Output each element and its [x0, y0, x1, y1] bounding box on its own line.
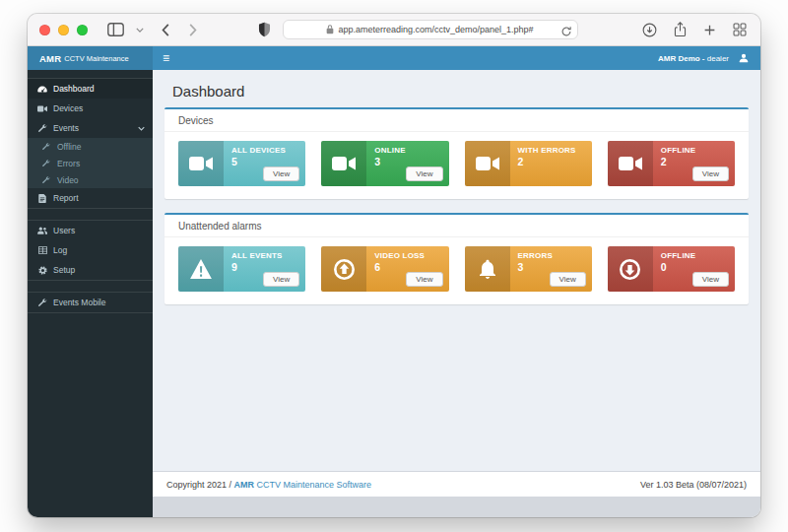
devices-cards: ALL DEVICES 5 View ONLINE [164, 132, 749, 199]
view-button[interactable]: View [692, 272, 729, 287]
alarms-panel: Unattended alarms ALL EVENTS 9 Vi [164, 213, 749, 304]
stat-card-offline-alarms: OFFLINE 0 View [608, 246, 735, 292]
view-button[interactable]: View [263, 272, 299, 287]
url-area: app.ameterreading.com/cctv_demo/panel_1.… [207, 20, 626, 39]
sidebar-subitem-offline[interactable]: Offline [28, 138, 153, 155]
tab-overview-icon[interactable] [731, 21, 749, 38]
copyright-text: Copyright 2021 / AMR CCTV Maintenance So… [166, 480, 371, 490]
gear-icon [37, 266, 47, 275]
wrench-icon [37, 299, 47, 307]
sidebar-item-label: Devices [53, 103, 83, 113]
zoom-window-button[interactable] [77, 25, 88, 35]
brand[interactable]: AMR CCTV Maintenance [28, 46, 153, 70]
sidebar-subitem-label: Video [57, 175, 79, 185]
share-icon[interactable] [672, 20, 689, 39]
view-button[interactable]: View [263, 166, 299, 181]
stat-card-with-errors: WITH ERRORS 2 [465, 141, 592, 186]
stat-card-value: 2 [661, 156, 696, 167]
sidebar-subitem-errors[interactable]: Errors [28, 155, 153, 171]
stat-card-label: OFFLINE [661, 251, 696, 260]
sidebar-toggle-icon[interactable] [105, 21, 126, 38]
stat-card-online: ONLINE 3 View [321, 141, 448, 186]
panel-title: Devices [164, 109, 749, 132]
main-area: Dashboard Devices ALL DEVICES 5 [153, 70, 760, 517]
view-button[interactable]: View [692, 166, 729, 181]
sidebar-item-label: Dashboard [53, 84, 95, 94]
stat-card-errors: ERRORS 3 View [465, 246, 592, 292]
sidebar-item-setup[interactable]: Setup [28, 260, 153, 280]
video-camera-icon [321, 141, 366, 186]
sidebar-item-devices[interactable]: Devices [28, 99, 153, 118]
new-tab-icon[interactable] [701, 22, 718, 38]
sidebar-item-label: Setup [53, 265, 75, 275]
version-text: Ver 1.03 Beta (08/07/2021) [640, 480, 747, 490]
stat-card-offline: OFFLINE 2 View [608, 141, 735, 186]
panel-title: Unattended alarms [164, 215, 749, 237]
back-icon[interactable] [160, 22, 171, 38]
downloads-icon[interactable] [640, 21, 659, 39]
sidebar-subitem-video[interactable]: Video [28, 171, 153, 188]
users-icon [37, 227, 47, 234]
sidebar-item-label: Report [53, 193, 79, 203]
devices-panel: Devices ALL DEVICES 5 View [164, 107, 749, 199]
user-label-rest: dealer [705, 54, 729, 63]
dashboard-icon [37, 86, 47, 93]
events-submenu: Offline Errors Video [28, 138, 153, 188]
minimize-window-button[interactable] [58, 25, 69, 35]
sidebar-group-admin: Users Log Setup [28, 220, 153, 281]
stat-card-all-events: ALL EVENTS 9 View [178, 246, 305, 292]
video-camera-icon [178, 141, 224, 186]
software-link-bold: AMR [234, 480, 255, 490]
stat-card-value: 3 [518, 261, 553, 273]
chevron-down-icon[interactable] [134, 26, 146, 34]
view-button[interactable]: View [406, 166, 442, 181]
navbar-right: AMR Demo - dealer [658, 46, 760, 70]
arrow-up-circle-icon [321, 246, 366, 292]
content: Dashboard Devices ALL DEVICES 5 [153, 70, 760, 471]
sidebar-item-users[interactable]: Users [28, 221, 153, 240]
page-title: Dashboard [172, 83, 760, 100]
table-icon [37, 246, 47, 254]
view-button[interactable]: View [550, 272, 586, 287]
privacy-shield-icon[interactable] [256, 20, 273, 39]
sidebar-item-log[interactable]: Log [28, 240, 153, 260]
sidebar-group-main: Dashboard Devices Events [28, 78, 153, 209]
stat-card-value: 3 [374, 156, 405, 167]
user-label[interactable]: AMR Demo - dealer [658, 54, 729, 63]
bell-icon [465, 246, 510, 292]
app-body: Dashboard Devices Events [28, 70, 760, 517]
sidebar-subitem-label: Errors [57, 159, 80, 168]
file-icon [37, 194, 47, 203]
wrench-icon [37, 124, 47, 133]
lock-icon [326, 21, 334, 38]
user-icon[interactable] [739, 49, 749, 67]
forward-icon[interactable] [187, 22, 199, 38]
sidebar-group-mobile: Events Mobile [28, 292, 153, 313]
close-window-button[interactable] [39, 25, 50, 35]
stat-card-label: ALL EVENTS [231, 251, 283, 260]
stat-card-label: WITH ERRORS [518, 146, 576, 155]
bottom-strip [153, 497, 760, 517]
sidebar-item-dashboard[interactable]: Dashboard [28, 79, 153, 99]
brand-bold: AMR [39, 53, 61, 64]
sidebar-item-events[interactable]: Events [28, 118, 153, 138]
stat-card-value: 0 [661, 261, 696, 273]
reload-icon[interactable] [560, 24, 572, 41]
software-link[interactable]: AMR CCTV Maintenance Software [234, 480, 372, 490]
hamburger-icon[interactable]: ≡ [153, 46, 179, 70]
arrow-down-circle-icon [608, 246, 653, 292]
app-navbar: AMR CCTV Maintenance ≡ AMR Demo - dealer [28, 46, 760, 70]
sidebar-item-events-mobile[interactable]: Events Mobile [28, 293, 153, 312]
screenshot-stage: app.ameterreading.com/cctv_demo/panel_1.… [0, 0, 788, 532]
toolbar-right-icons [640, 20, 749, 39]
address-bar[interactable]: app.ameterreading.com/cctv_demo/panel_1.… [283, 20, 578, 39]
sidebar-item-label: Users [53, 226, 75, 235]
window-controls [39, 25, 88, 35]
view-button[interactable]: View [406, 272, 442, 287]
copyright-prefix: Copyright 2021 / [166, 480, 234, 490]
software-link-rest: CCTV Maintenance Software [254, 480, 371, 490]
video-camera-icon [37, 105, 47, 112]
footer: Copyright 2021 / AMR CCTV Maintenance So… [153, 471, 760, 497]
sidebar-item-report[interactable]: Report [28, 188, 153, 208]
url-text: app.ameterreading.com/cctv_demo/panel_1.… [338, 25, 533, 34]
